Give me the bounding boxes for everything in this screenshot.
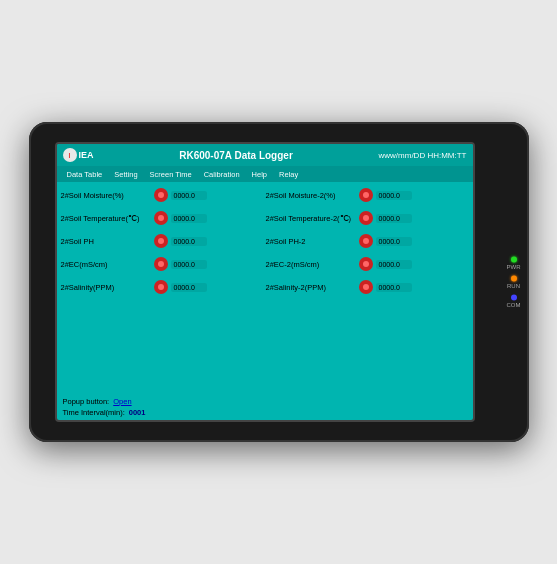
table-row: 2#Salinity(PPM) 0000.0 2#Salinity-2(PPM)… [61,276,469,298]
table-row: 2#EC(mS/cm) 0000.0 2#EC-2(mS/cm) 0000.0 [61,253,469,275]
screen-header: I IEA RK600-07A Data Logger www/mm/DD HH… [57,144,473,166]
table-row: 2#Soil PH 0000.0 2#Soil PH-2 0000.0 [61,230,469,252]
label-left-3: 2#EC(mS/cm) [61,260,151,269]
led-com [511,295,517,301]
logo-icon: I [63,148,77,162]
data-grid: 2#Soil Moisture(%) 0000.0 2#Soil Moistur… [57,182,473,395]
label-pwr: PWR [507,264,521,270]
indicator-run: RUN [507,276,520,289]
sensor-icon-right-3[interactable] [359,257,373,271]
nav-bar: Data Table Setting Screen Time Calibrati… [57,166,473,182]
value-right-3: 0000.0 [376,260,412,269]
table-row: 2#Soil Moisture(%) 0000.0 2#Soil Moistur… [61,184,469,206]
popup-button[interactable]: Open [113,397,131,406]
led-run [511,276,517,282]
sensor-icon-right-0[interactable] [359,188,373,202]
sensor-icon-right-4[interactable] [359,280,373,294]
nav-relay[interactable]: Relay [273,169,304,180]
sensor-icon-left-4[interactable] [154,280,168,294]
cell-right-4: 2#Salinity-2(PPM) 0000.0 [266,280,469,294]
label-left-0: 2#Soil Moisture(%) [61,191,151,200]
sensor-icon-right-1[interactable] [359,211,373,225]
cell-left-0: 2#Soil Moisture(%) 0000.0 [61,188,264,202]
sensor-icon-left-3[interactable] [154,257,168,271]
sensor-icon-left-1[interactable] [154,211,168,225]
cell-left-2: 2#Soil PH 0000.0 [61,234,264,248]
cell-left-4: 2#Salinity(PPM) 0000.0 [61,280,264,294]
popup-row: Popup button: Open [63,397,467,406]
cell-right-0: 2#Soil Moisture-2(%) 0000.0 [266,188,469,202]
screen: I IEA RK600-07A Data Logger www/mm/DD HH… [55,142,475,422]
nav-help[interactable]: Help [246,169,273,180]
datetime-display: www/mm/DD HH:MM:TT [379,151,467,160]
sensor-icon-right-2[interactable] [359,234,373,248]
nav-data-table[interactable]: Data Table [61,169,109,180]
value-left-1: 0000.0 [171,214,207,223]
value-right-2: 0000.0 [376,237,412,246]
nav-screen-time[interactable]: Screen Time [144,169,198,180]
sensor-icon-left-2[interactable] [154,234,168,248]
label-right-4: 2#Salinity-2(PPM) [266,283,356,292]
label-left-4: 2#Salinity(PPM) [61,283,151,292]
side-indicators: PWR RUN COM [507,257,521,308]
device-title: RK600-07A Data Logger [179,150,293,161]
sensor-icon-left-0[interactable] [154,188,168,202]
value-left-2: 0000.0 [171,237,207,246]
value-right-0: 0000.0 [376,191,412,200]
cell-left-1: 2#Soil Temperature(℃) 0000.0 [61,211,264,225]
cell-right-1: 2#Soil Temperature-2(℃) 0000.0 [266,211,469,225]
label-right-2: 2#Soil PH-2 [266,237,356,246]
indicator-com: COM [507,295,521,308]
cell-right-3: 2#EC-2(mS/cm) 0000.0 [266,257,469,271]
label-right-3: 2#EC-2(mS/cm) [266,260,356,269]
label-right-0: 2#Soil Moisture-2(%) [266,191,356,200]
table-row: 2#Soil Temperature(℃) 0000.0 2#Soil Temp… [61,207,469,229]
label-run: RUN [507,283,520,289]
interval-row: Time Interval(min): 0001 [63,408,467,417]
label-right-1: 2#Soil Temperature-2(℃) [266,214,356,223]
label-left-2: 2#Soil PH [61,237,151,246]
nav-setting[interactable]: Setting [108,169,143,180]
label-left-1: 2#Soil Temperature(℃) [61,214,151,223]
cell-right-2: 2#Soil PH-2 0000.0 [266,234,469,248]
logo-area: I IEA [63,148,94,162]
footer: Popup button: Open Time Interval(min): 0… [57,395,473,420]
nav-calibration[interactable]: Calibration [198,169,246,180]
logo-text: IEA [79,150,94,160]
value-right-4: 0000.0 [376,283,412,292]
popup-label: Popup button: [63,397,110,406]
label-com: COM [507,302,521,308]
led-pwr [511,257,517,263]
value-left-0: 0000.0 [171,191,207,200]
indicator-pwr: PWR [507,257,521,270]
device-body: I IEA RK600-07A Data Logger www/mm/DD HH… [29,122,529,442]
value-right-1: 0000.0 [376,214,412,223]
value-left-3: 0000.0 [171,260,207,269]
cell-left-3: 2#EC(mS/cm) 0000.0 [61,257,264,271]
interval-label: Time Interval(min): [63,408,125,417]
value-left-4: 0000.0 [171,283,207,292]
interval-value: 0001 [129,408,146,417]
